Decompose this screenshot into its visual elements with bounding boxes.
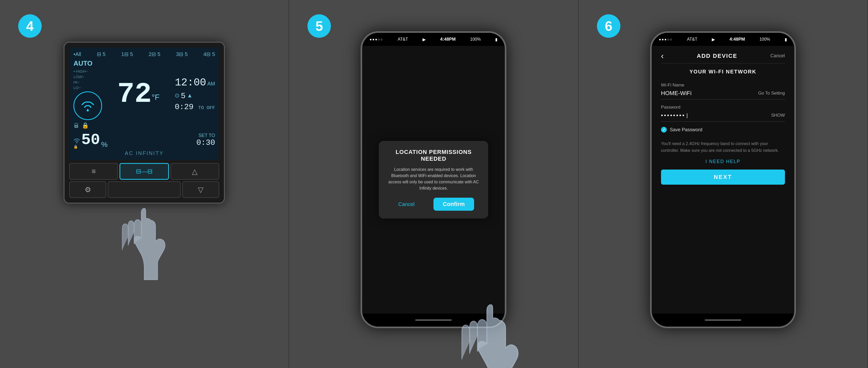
thermo-fan-setpoint: ⊙5▲ bbox=[175, 91, 215, 100]
panel-step6: 6 ●●●○○ AT&T ▶ 4:48PM 100% ▮ ‹ ADD DEVIC… bbox=[579, 0, 868, 368]
battery-label: 100% bbox=[470, 37, 481, 42]
thermo-button-row2[interactable]: ⚙ ▽ bbox=[69, 181, 219, 198]
go-to-setting-link[interactable]: Go To Setting bbox=[758, 91, 785, 96]
thermo-btn-spacer bbox=[108, 181, 181, 198]
phone6: ●●●○○ AT&T ▶ 4:48PM 100% ▮ ‹ ADD DEVICE … bbox=[650, 31, 796, 328]
thermo-center: 72°F bbox=[117, 80, 160, 109]
panel-step5: 5 ●●●○○ AT&T ▶ 4:48PM 100% ▮ LOCATION PE… bbox=[289, 0, 579, 368]
dialog-cancel-button[interactable]: Cancel bbox=[393, 199, 420, 210]
password-label: Password bbox=[661, 105, 785, 110]
thermo-humidity-display: 🔒 50% bbox=[73, 131, 107, 149]
thermo-highs: • HIGH~ LOW~ HI~ LO~ bbox=[73, 68, 88, 90]
back-button[interactable]: ‹ bbox=[661, 51, 664, 61]
phone5-container: ●●●○○ AT&T ▶ 4:48PM 100% ▮ LOCATION PERM… bbox=[361, 31, 506, 328]
phone6-status-bar: ●●●○○ AT&T ▶ 4:48PM 100% ▮ bbox=[652, 33, 794, 46]
thermo-timer1: 0:29 TO OFF bbox=[175, 102, 215, 112]
thermostat-screen: •All ⊟ 5 1⊟ 5 2⊟ 5 3⊟ 5 4⊟ 5 AUTO • HIGH… bbox=[69, 48, 219, 160]
cancel-link[interactable]: Cancel bbox=[770, 53, 785, 59]
wifi-info-text: You'll need a 2.4GHz frequency band to c… bbox=[661, 141, 785, 154]
hand-pointer-4 bbox=[108, 198, 181, 289]
panel-step4: 4 •All ⊟ 5 1⊟ 5 2⊟ 5 3⊟ 5 4⊟ 5 AUTO bbox=[0, 0, 289, 368]
phone6-bottom bbox=[652, 313, 794, 327]
svg-point-3 bbox=[76, 142, 77, 143]
thermo-brand: AC INFINITY bbox=[73, 150, 215, 156]
dialog-confirm-button[interactable]: Confirm bbox=[433, 198, 474, 211]
thermo-btn-menu[interactable]: ≡ bbox=[69, 163, 118, 180]
thermo-main-row: AUTO • HIGH~ LOW~ HI~ LO~ bbox=[73, 59, 215, 129]
thermo-btn-down[interactable]: ▽ bbox=[182, 181, 219, 198]
thermo-humidity-row: 🔒 50% SET TO 0:30 bbox=[73, 131, 215, 149]
thermo-temp-display: 72°F bbox=[117, 80, 160, 109]
phone6-screen: ‹ ADD DEVICE Cancel YOUR WI-FI NETWORK W… bbox=[652, 46, 794, 313]
home-indicator bbox=[415, 319, 452, 321]
show-password-button[interactable]: SHOW bbox=[771, 113, 785, 118]
thermo-btn-settings[interactable]: ⚙ bbox=[69, 181, 106, 198]
wifi-screen-title: ADD DEVICE bbox=[697, 53, 737, 59]
wifi-subtitle: YOUR WI-FI NETWORK bbox=[661, 69, 785, 75]
step-badge-6: 6 bbox=[597, 14, 620, 38]
thermostat-container: •All ⊟ 5 1⊟ 5 2⊟ 5 3⊟ 5 4⊟ 5 AUTO • HIGH… bbox=[64, 42, 225, 289]
svg-point-0 bbox=[87, 110, 89, 112]
svg-point-2 bbox=[76, 126, 77, 127]
carrier-label: AT&T bbox=[398, 37, 408, 42]
thermo-btn-up[interactable]: △ bbox=[170, 163, 219, 180]
thermo-time: 12:00 AM bbox=[175, 77, 215, 89]
save-password-row: ✓ Save Password bbox=[661, 127, 785, 132]
next-button[interactable]: NEXT bbox=[661, 170, 785, 185]
help-link[interactable]: I NEED HELP bbox=[661, 159, 785, 164]
permission-dialog: LOCATION PERMISSIONS NEEDED Location ser… bbox=[379, 141, 488, 218]
wifi-name-row: HOME-WiFi Go To Setting bbox=[661, 90, 785, 99]
phone5: ●●●○○ AT&T ▶ 4:48PM 100% ▮ LOCATION PERM… bbox=[361, 31, 506, 328]
thermo-set-to: SET TO 0:30 bbox=[196, 133, 215, 147]
thermo-status-row: •All ⊟ 5 1⊟ 5 2⊟ 5 3⊟ 5 4⊟ 5 bbox=[73, 51, 215, 57]
p6-battery-label: 100% bbox=[760, 37, 770, 42]
password-dots[interactable]: •••••••• bbox=[661, 112, 685, 119]
step-badge-5: 5 bbox=[307, 14, 331, 38]
thermostat-device: •All ⊟ 5 1⊟ 5 2⊟ 5 3⊟ 5 4⊟ 5 AUTO • HIGH… bbox=[64, 42, 225, 204]
save-password-checkbox[interactable]: ✓ bbox=[661, 127, 667, 132]
phone6-container: ●●●○○ AT&T ▶ 4:48PM 100% ▮ ‹ ADD DEVICE … bbox=[650, 31, 796, 328]
p6-carrier-label: AT&T bbox=[687, 37, 698, 42]
dialog-title: LOCATION PERMISSIONS NEEDED bbox=[386, 149, 481, 162]
time-label: 4:48PM bbox=[440, 37, 456, 42]
wifi-name-label: Wi-Fi Name bbox=[661, 83, 785, 88]
p6-time-label: 4:48PM bbox=[730, 37, 745, 42]
thermo-left: AUTO • HIGH~ LOW~ HI~ LO~ bbox=[73, 59, 102, 129]
thermo-button-row1[interactable]: ≡ ⊟—⊟ △ bbox=[69, 163, 219, 180]
thermo-icons-row: 🔒 bbox=[73, 122, 89, 129]
thermo-btn-wifi-pair[interactable]: ⊟—⊟ bbox=[120, 163, 169, 180]
home-indicator-6 bbox=[705, 319, 741, 321]
thermo-mode: AUTO bbox=[73, 59, 92, 67]
hand-pointer-5 bbox=[449, 297, 532, 368]
dialog-body: Location services are required to work w… bbox=[386, 166, 481, 191]
wifi-name-value: HOME-WiFi bbox=[661, 90, 691, 97]
thermo-wifi-icon bbox=[73, 91, 102, 120]
dialog-buttons: Cancel Confirm bbox=[386, 198, 481, 211]
phone5-status-bar: ●●●○○ AT&T ▶ 4:48PM 100% ▮ bbox=[362, 33, 505, 46]
thermo-right: 12:00 AM ⊙5▲ 0:29 TO OFF bbox=[175, 77, 215, 112]
step-badge-4: 4 bbox=[18, 14, 42, 38]
phone5-screen: LOCATION PERMISSIONS NEEDED Location ser… bbox=[362, 46, 505, 313]
save-password-label: Save Password bbox=[670, 127, 703, 132]
password-row: •••••••• | SHOW bbox=[661, 112, 785, 122]
wifi-header: ‹ ADD DEVICE Cancel bbox=[661, 46, 785, 64]
